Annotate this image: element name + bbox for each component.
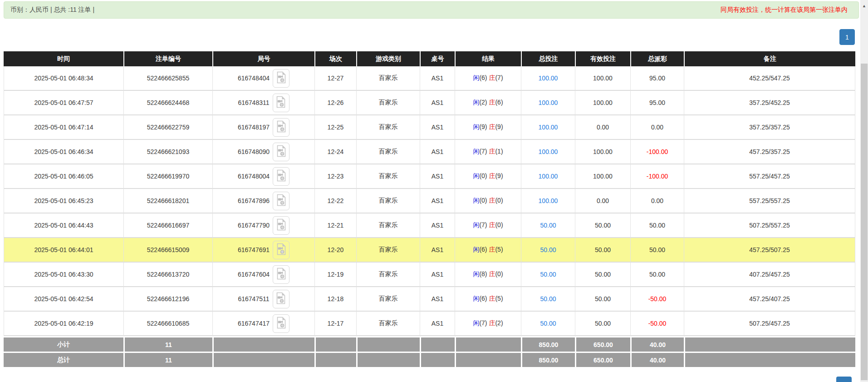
column-header: 备注 <box>684 51 855 66</box>
column-header: 总投注 <box>521 51 575 66</box>
video-replay-button[interactable] <box>273 192 289 210</box>
column-header: 结果 <box>455 51 521 66</box>
result-banker-score: (5) <box>495 246 503 253</box>
cell-result: 闲(0) 庄(0) <box>455 189 521 213</box>
video-replay-button[interactable] <box>273 265 289 284</box>
cell-bet-id: 522466613720 <box>123 263 212 287</box>
video-replay-button[interactable] <box>273 216 289 235</box>
cell-total-bet[interactable]: 50.00 <box>521 238 575 263</box>
cell-session: 12-23 <box>314 164 356 189</box>
cell-table-no: AS1 <box>420 164 455 189</box>
cell-valid-bet: 50.00 <box>575 287 630 312</box>
cell-table-no: AS1 <box>420 312 455 336</box>
table-row: 2025-05-01 06:46:05 522466619970 6167480… <box>4 164 855 189</box>
video-replay-button[interactable] <box>273 69 289 88</box>
cell-total-bet[interactable]: 100.00 <box>521 189 575 213</box>
cell-result: 闲(7) 庄(2) <box>455 312 521 336</box>
cell-game-type: 百家乐 <box>356 66 420 91</box>
column-header: 场次 <box>314 51 356 66</box>
cell-payout: 50.00 <box>630 213 684 238</box>
page-1-button[interactable]: 1 <box>839 29 855 45</box>
column-header: 注单编号 <box>123 51 212 66</box>
cell-game-type: 百家乐 <box>356 213 420 238</box>
cell-total-bet[interactable]: 100.00 <box>521 164 575 189</box>
pagination-bottom-partial-button[interactable] <box>836 377 852 382</box>
result-player-score: (0) <box>479 197 487 204</box>
table-row: 2025-05-01 06:44:01 522466615009 6167476… <box>4 238 855 263</box>
scroll-up-icon[interactable]: ▲ <box>860 3 868 9</box>
cell-total-bet[interactable]: 50.00 <box>521 287 575 312</box>
round-number: 616747691 <box>238 246 270 253</box>
pagination-top: 1 <box>4 29 855 45</box>
result-player-label: 闲 <box>473 197 479 204</box>
cell-valid-bet: 100.00 <box>575 140 630 164</box>
result-player-label: 闲 <box>473 123 479 130</box>
result-banker-score: (0) <box>495 221 503 228</box>
result-banker-score: (1) <box>495 148 503 155</box>
video-replay-button[interactable] <box>273 167 289 186</box>
cell-total-bet[interactable]: 50.00 <box>521 312 575 336</box>
cell-table-no: AS1 <box>420 66 455 91</box>
result-player-label: 闲 <box>473 99 479 106</box>
result-player-score: (6) <box>479 295 487 302</box>
video-replay-button[interactable] <box>273 143 289 161</box>
cell-time: 2025-05-01 06:44:43 <box>4 213 123 238</box>
video-replay-button[interactable] <box>273 290 289 308</box>
cell-total-bet[interactable]: 50.00 <box>521 263 575 287</box>
cell-total-bet[interactable]: 100.00 <box>521 115 575 140</box>
cell-session: 12-19 <box>314 263 356 287</box>
cell-time: 2025-05-01 06:43:30 <box>4 263 123 287</box>
cell-total-bet[interactable]: 100.00 <box>521 91 575 115</box>
note-text: 同局有效投注，统一计算在该局第一张注单内 <box>721 6 848 14</box>
cell-valid-bet: 0.00 <box>575 115 630 140</box>
cell-remark: 507.25/457.25 <box>684 312 855 336</box>
scrollbar[interactable]: ▲ <box>860 0 868 382</box>
cell-remark: 457.25/407.25 <box>684 287 855 312</box>
currency-summary-text: 币别：人民币 | 总共 :11 注单 | <box>10 6 94 14</box>
cell-total-bet[interactable]: 100.00 <box>521 140 575 164</box>
video-replay-button[interactable] <box>273 94 289 112</box>
cell-total-bet[interactable]: 100.00 <box>521 66 575 91</box>
total-label: 总计 <box>4 352 123 367</box>
cell-result: 闲(7) 庄(0) <box>455 213 521 238</box>
video-replay-button[interactable] <box>273 314 289 333</box>
cell-session: 12-27 <box>314 66 356 91</box>
video-replay-button[interactable] <box>273 241 289 259</box>
cell-round: 616747691 <box>212 238 314 263</box>
cell-bet-id: 522466615009 <box>123 238 212 263</box>
cell-total-bet[interactable]: 50.00 <box>521 213 575 238</box>
cell-session: 12-26 <box>314 91 356 115</box>
result-player-label: 闲 <box>473 270 479 278</box>
result-banker-label: 庄 <box>489 148 495 155</box>
cell-valid-bet: 50.00 <box>575 238 630 263</box>
cell-table-no: AS1 <box>420 287 455 312</box>
video-record-icon <box>276 292 286 306</box>
video-record-icon <box>276 243 286 257</box>
video-record-icon <box>276 120 286 134</box>
result-player-score: (6) <box>479 74 487 81</box>
subtotal-row: 小计 11 850.00 650.00 40.00 <box>4 336 855 352</box>
table-row: 2025-05-01 06:48:34 522466625855 6167484… <box>4 66 855 91</box>
scrollbar-thumb[interactable] <box>861 64 868 380</box>
total-count: 11 <box>123 352 212 367</box>
video-record-icon <box>276 96 286 109</box>
cell-bet-id: 522466624468 <box>123 91 212 115</box>
result-banker-label: 庄 <box>489 246 495 253</box>
cell-valid-bet: 50.00 <box>575 263 630 287</box>
result-player-score: (6) <box>479 246 487 253</box>
table-row: 2025-05-01 06:45:23 522466618201 6167478… <box>4 189 855 213</box>
cell-result: 闲(2) 庄(6) <box>455 91 521 115</box>
video-replay-button[interactable] <box>273 118 289 137</box>
cell-round: 616747896 <box>212 189 314 213</box>
result-banker-label: 庄 <box>489 319 495 327</box>
result-banker-score: (9) <box>495 123 503 130</box>
result-banker-score: (9) <box>495 172 503 179</box>
result-player-score: (8) <box>479 270 487 278</box>
table-row: 2025-05-01 06:46:34 522466621093 6167480… <box>4 140 855 164</box>
total-payout: 40.00 <box>630 352 684 367</box>
cell-payout: 50.00 <box>630 238 684 263</box>
result-player-score: (0) <box>479 172 487 179</box>
cell-session: 12-21 <box>314 213 356 238</box>
cell-session: 12-18 <box>314 287 356 312</box>
result-player-label: 闲 <box>473 319 479 327</box>
